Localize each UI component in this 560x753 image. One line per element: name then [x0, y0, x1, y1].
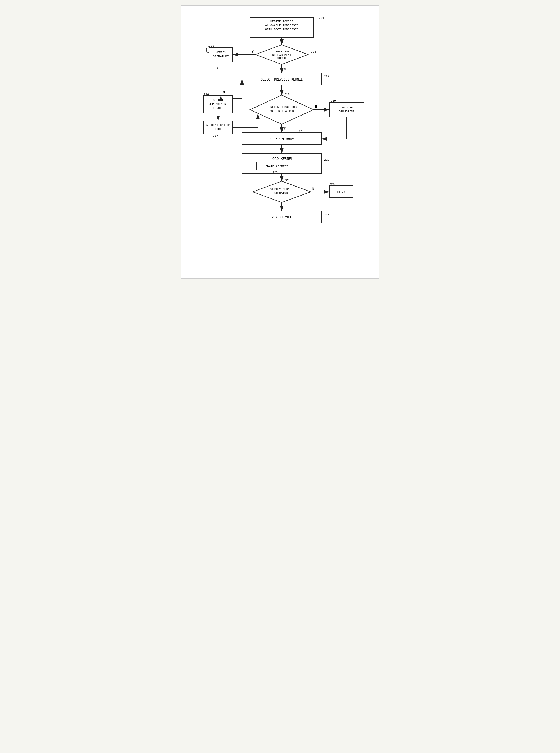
svg-text:WITH BOOT ADDRESSES: WITH BOOT ADDRESSES: [265, 28, 298, 31]
ref-226: 226: [329, 183, 335, 186]
svg-text:CHECK FOR: CHECK FOR: [274, 50, 290, 53]
svg-text:LOAD KERNEL: LOAD KERNEL: [270, 157, 293, 161]
svg-text:VERIFY KERNEL: VERIFY KERNEL: [270, 188, 293, 191]
svg-text:CLEAR MEMORY: CLEAR MEMORY: [269, 137, 294, 141]
ref-228: 228: [324, 213, 329, 216]
svg-text:ALLOWABLE ADDRESSES: ALLOWABLE ADDRESSES: [265, 24, 298, 27]
ref-216: 216: [204, 93, 209, 96]
svg-text:PERFORN DEBUGGING: PERFORN DEBUGGING: [267, 105, 296, 109]
svg-text:KERNEL: KERNEL: [213, 107, 223, 110]
svg-text:SIGNATURE: SIGNATURE: [213, 55, 229, 58]
svg-text:DENY: DENY: [337, 190, 345, 194]
svg-text:N: N: [284, 67, 286, 71]
ref-219: 219: [331, 99, 336, 102]
ref-208: 208: [209, 44, 214, 47]
svg-text:N: N: [313, 187, 314, 191]
svg-text:Y: Y: [217, 66, 219, 70]
svg-text:CODE: CODE: [215, 128, 222, 131]
svg-text:VERIFY: VERIFY: [216, 51, 226, 54]
node-219: [329, 102, 364, 117]
svg-text:N: N: [315, 105, 317, 109]
svg-text:Y: Y: [252, 50, 254, 54]
ref-206: 206: [311, 50, 316, 54]
ref-221: 221: [298, 130, 303, 133]
svg-text:AUTHENTICATION: AUTHENTICATION: [206, 123, 230, 127]
flowchart-svg: UPDATE ACCESS ALLOWABLE ADDRESSES WITH B…: [189, 14, 374, 271]
svg-text:DEBUGGING: DEBUGGING: [339, 110, 354, 113]
node-204-text: UPDATE ACCESS: [270, 20, 293, 23]
svg-text:SIGNATURE: SIGNATURE: [274, 192, 290, 195]
svg-text:SELECT PREVIOUS KERNEL: SELECT PREVIOUS KERNEL: [261, 78, 302, 82]
svg-text:SELECT: SELECT: [213, 99, 223, 102]
svg-text:Y: Y: [284, 127, 286, 131]
flowchart-container: UPDATE ACCESS ALLOWABLE ADDRESSES WITH B…: [181, 5, 379, 279]
ref-214: 214: [324, 75, 329, 78]
svg-text:AUTHENTICATION: AUTHENTICATION: [269, 110, 294, 113]
svg-text:REPLACEMENT: REPLACEMENT: [208, 102, 228, 106]
ref-218: 218: [284, 93, 290, 96]
ref-217: 217: [213, 134, 218, 137]
ref-204: 204: [319, 16, 324, 20]
svg-text:RUN KERNEL: RUN KERNEL: [271, 215, 292, 219]
svg-text:REPLACEMENT: REPLACEMENT: [272, 54, 291, 57]
svg-text:CUT OFF: CUT OFF: [340, 106, 353, 109]
ref-223: 223: [273, 171, 278, 174]
ref-222: 222: [324, 158, 329, 161]
svg-text:N: N: [223, 90, 225, 94]
svg-text:UPDATE ADDRESS: UPDATE ADDRESS: [263, 165, 288, 168]
svg-text:KERNEL: KERNEL: [276, 57, 287, 60]
ref-224: 224: [284, 178, 290, 182]
